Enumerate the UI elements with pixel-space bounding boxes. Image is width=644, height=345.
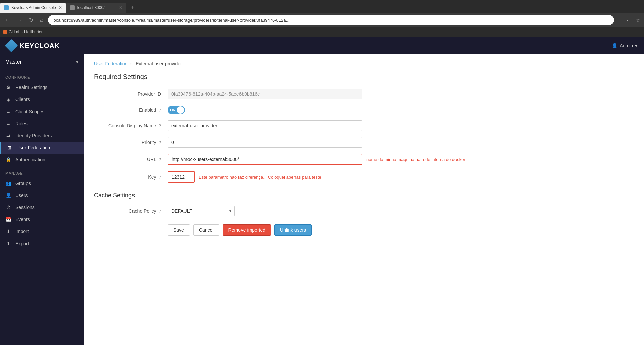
tab2-title: localhost:3000/ [77,5,105,10]
cache-policy-group: Cache Policy ? DEFAULT EVICT_DAILY EVICT… [94,206,634,216]
bookmark-favicon [3,30,7,34]
manage-section-label: Manage [0,166,84,177]
provider-id-input [168,89,362,99]
forward-button[interactable]: → [15,16,24,24]
sidebar-item-import[interactable]: ⬇ Import [0,225,84,237]
priority-label: Priority ? [94,140,168,145]
sessions-icon: ⏱ [5,205,11,210]
breadcrumb-separator: » [130,61,133,66]
tab2-favicon [70,5,75,10]
realm-selector[interactable]: Master ▾ [0,54,84,70]
browser-chrome: Keycloak Admin Console ✕ localhost:3000/… [0,0,644,37]
sidebar-item-user-federation[interactable]: ⊞ User Federation [0,142,84,154]
shield-icon: 🛡 [625,16,633,24]
toggle-knob [177,106,184,114]
bookmark-icon[interactable]: ☆ [635,16,641,24]
priority-help-icon[interactable]: ? [159,140,161,145]
back-button[interactable]: ← [3,16,12,24]
sidebar-item-roles[interactable]: ≡ Roles [0,118,84,130]
key-help-icon[interactable]: ? [159,175,161,180]
cancel-button[interactable]: Cancel [193,224,219,236]
sidebar-item-sessions[interactable]: ⏱ Sessions [0,201,84,213]
home-button[interactable]: ⌂ [38,16,45,24]
configure-section-label: Configure [0,70,84,81]
realm-settings-icon: ⚙ [5,85,11,90]
provider-id-group: Provider ID [94,89,634,99]
address-bar[interactable] [48,15,614,25]
priority-group: Priority ? [94,137,634,148]
key-input[interactable] [168,171,195,183]
browser-toolbar: ← → ↻ ⌂ ··· 🛡 ☆ [0,13,644,27]
priority-input[interactable] [168,137,362,148]
header-user-menu[interactable]: 👤 Admin ▾ [612,43,637,48]
sidebar-item-events[interactable]: 📅 Events [0,213,84,225]
cache-policy-label: Cache Policy ? [94,208,168,214]
user-label: Admin [620,43,633,48]
url-input[interactable] [168,154,362,165]
sidebar-item-realm-settings[interactable]: ⚙ Realm Settings [0,81,84,93]
main-content: User Federation » External-user-provider… [84,54,644,345]
sidebar-item-authentication[interactable]: 🔒 Authentication [0,154,84,166]
tab-localhost[interactable]: localhost:3000/ ✕ [66,3,126,13]
groups-icon: 👥 [5,181,11,186]
enabled-help-icon[interactable]: ? [159,108,161,113]
sidebar-item-label: Identity Providers [15,133,52,138]
url-help-icon[interactable]: ? [159,157,161,162]
user-dropdown-arrow: ▾ [635,43,637,48]
identity-providers-icon: ⇄ [5,133,11,138]
browser-bookmarks: GitLab - Halliburton [0,27,644,37]
bookmark-gitlab[interactable]: GitLab - Halliburton [3,30,43,34]
cache-policy-select[interactable]: DEFAULT EVICT_DAILY EVICT_WEEKLY MAX_LIF… [168,206,235,216]
reload-button[interactable]: ↻ [27,16,35,25]
sidebar-item-label: Clients [15,97,30,102]
tab2-close-button[interactable]: ✕ [119,5,122,10]
logo-diamond [5,39,18,52]
new-tab-button[interactable]: + [128,3,137,13]
key-group: Key ? Este parâmetro não faz diferença..… [94,171,634,183]
console-display-name-group: Console Display Name ? [94,120,634,131]
enabled-toggle[interactable]: ON [168,106,185,114]
sidebar-item-users[interactable]: 👤 Users [0,189,84,201]
remove-imported-button[interactable]: Remove imported [223,224,271,236]
client-scopes-icon: ≡ [5,109,11,114]
sidebar-item-clients[interactable]: ◈ Clients [0,93,84,106]
user-federation-icon: ⊞ [6,145,12,150]
toggle-on-label: ON [170,108,176,112]
sidebar-item-label: Realm Settings [15,85,47,90]
save-button[interactable]: Save [168,224,190,236]
more-button[interactable]: ··· [617,16,623,24]
breadcrumb-parent-link[interactable]: User Federation [94,61,127,66]
tab-close-button[interactable]: ✕ [59,5,62,10]
toolbar-icons: ··· 🛡 ☆ [617,16,641,24]
console-display-name-help-icon[interactable]: ? [159,124,161,128]
toggle-switch[interactable]: ON [168,106,185,114]
tab-keycloak[interactable]: Keycloak Admin Console ✕ [0,3,66,13]
authentication-icon: 🔒 [5,157,11,162]
url-annotation: nome do minha máquina na rede interna do… [366,157,465,162]
cache-policy-help-icon[interactable]: ? [159,209,161,214]
key-label: Key ? [94,174,168,180]
sidebar-item-label: Authentication [15,157,45,162]
logo-text: KEYCLOAK [19,42,60,50]
breadcrumb-current: External-user-provider [136,61,182,66]
clients-icon: ◈ [5,97,11,102]
unlink-users-button[interactable]: Unlink users [274,224,312,236]
export-icon: ⬆ [5,241,11,246]
app-container: KEYCLOAK 👤 Admin ▾ Master ▾ Configure ⚙ … [0,37,644,345]
enabled-group: Enabled ? ON [94,106,634,114]
provider-id-label: Provider ID [94,91,168,97]
sidebar-item-client-scopes[interactable]: ≡ Client Scopes [0,106,84,118]
app-body: Master ▾ Configure ⚙ Realm Settings ◈ Cl… [0,54,644,345]
key-annotation: Este parâmetro não faz diferença... Colo… [199,175,321,180]
sidebar-item-identity-providers[interactable]: ⇄ Identity Providers [0,130,84,142]
console-display-name-input[interactable] [168,120,362,131]
sidebar-item-label: Users [15,193,28,198]
sidebar-item-label: Events [15,217,30,222]
sidebar-item-label: Roles [15,121,28,126]
sidebar-item-export[interactable]: ⬆ Export [0,237,84,250]
sidebar-item-label: User Federation [16,145,50,150]
sidebar-item-groups[interactable]: 👥 Groups [0,177,84,189]
console-display-name-label: Console Display Name ? [94,123,168,128]
sidebar-item-label: Sessions [15,205,35,210]
breadcrumb: User Federation » External-user-provider [94,61,634,66]
